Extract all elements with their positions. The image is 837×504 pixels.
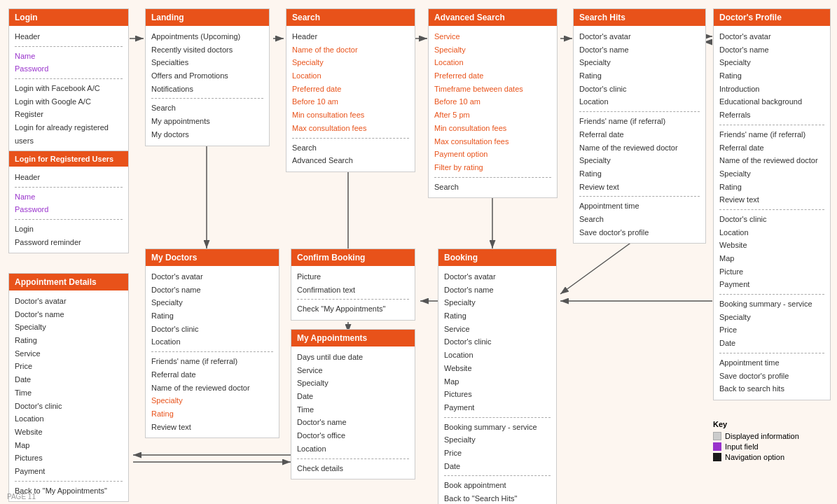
myappt-days: Days until due date xyxy=(297,351,409,364)
svg-line-11 xyxy=(560,238,637,294)
login-body: Header Name Password Login with Facebook… xyxy=(9,26,128,152)
profile-payment: Payment xyxy=(719,278,824,291)
mydoc-location: Location xyxy=(151,335,273,349)
doctors-profile-body: Doctor's avatar Doctor's name Specialty … xyxy=(714,26,830,400)
confirm-booking-header: Confirm Booking xyxy=(291,249,415,266)
search-hits-body: Doctor's avatar Doctor's name Specialty … xyxy=(574,26,705,243)
my-appointments-box: My Appointments Days until due date Serv… xyxy=(291,329,415,479)
profile-rating: Rating xyxy=(719,69,824,83)
advanced-search-header: Advanced Search xyxy=(429,9,557,26)
myappt-location: Location xyxy=(297,442,409,456)
mydoc-specialty: Specialty xyxy=(151,296,273,309)
mydoc-name: Doctor's name xyxy=(151,284,273,297)
adv-location: Location xyxy=(434,56,551,69)
profile-summary-specialty: Specialty xyxy=(719,311,824,324)
profile-picture: Picture xyxy=(719,265,824,279)
login-password: Password xyxy=(15,62,123,76)
appt-avatar: Doctor's avatar xyxy=(15,295,123,308)
profile-friends: Friends' name (if referral) xyxy=(719,128,824,141)
hits-name: Doctor's name xyxy=(579,43,700,57)
appt-date: Date xyxy=(15,373,123,386)
landing-notifications: Notifications xyxy=(151,83,263,96)
mydoc-referral-date: Referral date xyxy=(151,368,273,382)
profile-back-search[interactable]: Back to search hits xyxy=(719,382,824,396)
mydoc-specialty2: Specialty xyxy=(151,394,273,407)
doctors-profile-header: Doctor's Profile xyxy=(714,9,830,26)
mydoc-friends: Friends' name (if referral) xyxy=(151,355,273,368)
hits-appt-time[interactable]: Appointment time xyxy=(579,200,700,213)
key-displayed: Displayed information xyxy=(713,432,832,440)
login-reg-password: Password xyxy=(15,203,123,216)
appointment-details-body: Doctor's avatar Doctor's name Specialty … xyxy=(9,290,128,501)
login-register: Register xyxy=(15,108,123,121)
booking-service: Service xyxy=(444,323,551,336)
search-advanced[interactable]: Advanced Search xyxy=(292,154,409,167)
appt-time: Time xyxy=(15,386,123,400)
login-google: Login with Google A/C xyxy=(15,95,123,108)
profile-save[interactable]: Save doctor's profile xyxy=(719,370,824,383)
mydoc-rating2: Rating xyxy=(151,407,273,421)
myappt-time: Time xyxy=(297,403,409,416)
login-reg-reminder: Password reminder xyxy=(15,236,123,249)
hits-clinic: Doctor's clinic xyxy=(579,83,700,96)
appt-service: Service xyxy=(15,347,123,360)
adv-max-fees: Max consultation fees xyxy=(434,135,551,148)
hits-rating2: Rating xyxy=(579,167,700,181)
booking-back-search[interactable]: Back to "Search Hits" xyxy=(444,492,551,504)
key-input-label: Input field xyxy=(725,442,759,451)
mydoc-reviewed: Name of the reviewed doctor xyxy=(151,382,273,395)
appt-pictures: Pictures xyxy=(15,451,123,465)
landing-my-doctors[interactable]: My doctors xyxy=(151,128,263,141)
appt-price: Price xyxy=(15,360,123,373)
search-specialty: Specialty xyxy=(292,56,409,69)
profile-name: Doctor's name xyxy=(719,43,824,57)
hits-search[interactable]: Search xyxy=(579,213,700,226)
landing-box: Landing Appointments (Upcoming) Recently… xyxy=(145,8,270,146)
login-reg-header-item: Header xyxy=(15,171,123,184)
hits-avatar: Doctor's avatar xyxy=(579,30,700,43)
appt-rating: Rating xyxy=(15,334,123,347)
search-search-btn[interactable]: Search xyxy=(292,141,409,155)
search-doctor-name: Name of the doctor xyxy=(292,43,409,57)
booking-summary-date: Date xyxy=(444,460,551,473)
confirm-picture: Picture xyxy=(297,270,409,284)
profile-map: Map xyxy=(719,252,824,265)
confirm-booking-box: Confirm Booking Picture Confirmation tex… xyxy=(291,248,415,321)
page-number: PAGE 11 xyxy=(7,493,36,500)
mydoc-avatar: Doctor's avatar xyxy=(151,270,273,284)
booking-summary-price: Price xyxy=(444,447,551,460)
booking-payment: Payment xyxy=(444,401,551,414)
appt-website: Website xyxy=(15,426,123,439)
hits-save[interactable]: Save doctor's profile xyxy=(579,226,700,239)
key-nav: Navigation option xyxy=(713,453,832,461)
login-registered-header: Login for Registered Users xyxy=(9,151,128,167)
my-doctors-body: Doctor's avatar Doctor's name Specialty … xyxy=(146,266,279,438)
profile-appt-time[interactable]: Appointment time xyxy=(719,356,824,370)
landing-search[interactable]: Search xyxy=(151,102,263,115)
login-already: Login for already registered users xyxy=(15,121,123,147)
myappt-specialty: Specialty xyxy=(297,377,409,390)
myappt-check-details[interactable]: Check details xyxy=(297,462,409,475)
profile-referrals: Referrals xyxy=(719,108,824,122)
myappt-date: Date xyxy=(297,390,409,403)
profile-website: Website xyxy=(719,239,824,252)
profile-specialty: Specialty xyxy=(719,56,824,69)
profile-summary-date: Date xyxy=(719,337,824,350)
adv-after5: After 5 pm xyxy=(434,108,551,122)
search-location: Location xyxy=(292,69,409,83)
adv-search-btn[interactable]: Search xyxy=(434,181,551,194)
booking-pictures: Pictures xyxy=(444,388,551,401)
confirm-check-appts[interactable]: Check "My Appointments" xyxy=(297,302,409,316)
booking-rating: Rating xyxy=(444,309,551,323)
search-box: Search Header Name of the doctor Special… xyxy=(286,8,415,172)
profile-reviewed: Name of the reviewed doctor xyxy=(719,154,824,167)
landing-header: Landing xyxy=(146,9,269,26)
key-nav-label: Navigation option xyxy=(725,453,784,461)
landing-my-appts[interactable]: My appointments xyxy=(151,115,263,128)
booking-avatar: Doctor's avatar xyxy=(444,270,551,284)
booking-name: Doctor's name xyxy=(444,284,551,297)
booking-book-appt[interactable]: Book appointment xyxy=(444,479,551,492)
login-header: Login xyxy=(9,9,128,26)
booking-body: Doctor's avatar Doctor's name Specialty … xyxy=(438,266,556,504)
hits-location: Location xyxy=(579,95,700,108)
